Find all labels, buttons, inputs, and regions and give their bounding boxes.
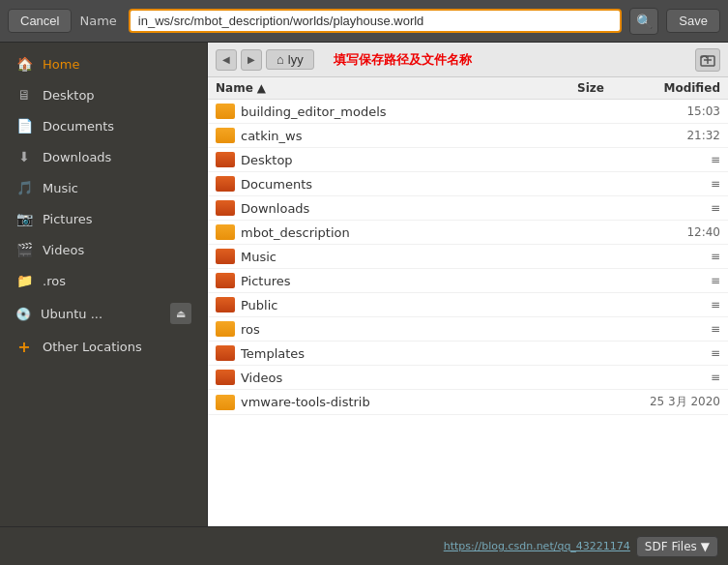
documents-icon: 📄 — [15, 117, 33, 134]
downloads-icon: ⬇ — [15, 148, 33, 165]
dropdown-arrow-icon: ▼ — [701, 540, 710, 553]
sidebar-item-documents[interactable]: 📄 Documents — [4, 111, 203, 140]
home-breadcrumb-icon: ⌂ — [277, 52, 284, 67]
folder-special-icon — [216, 370, 235, 385]
column-size-header[interactable]: Size — [546, 81, 604, 95]
sidebar-item-pictures[interactable]: 📷 Pictures — [4, 204, 203, 233]
sidebar-item-ubuntu[interactable]: 💿 Ubuntu ... ⏏ — [4, 297, 203, 330]
folder-special-icon — [216, 345, 235, 361]
footer: https://blog.csdn.net/qq_43221174 SDF Fi… — [0, 526, 728, 565]
sidebar-item-other[interactable]: + Other Locations — [4, 332, 203, 361]
header-toolbar: Cancel Name 🔍 Save — [0, 0, 728, 43]
folder-special-icon — [216, 152, 235, 167]
table-row[interactable]: Downloads ≡ — [208, 196, 728, 221]
table-row[interactable]: catkin_ws 21:32 — [208, 124, 728, 148]
table-row[interactable]: Templates ≡ — [208, 342, 728, 366]
folder-special-icon — [216, 249, 235, 264]
hint-text: 填写保存路径及文件名称 — [334, 51, 472, 69]
file-modified: 12:40 — [604, 225, 720, 239]
eject-button[interactable]: ⏏ — [170, 303, 191, 324]
column-modified-header[interactable]: Modified — [604, 81, 720, 95]
sidebar-item-ros[interactable]: 📁 .ros — [4, 266, 203, 295]
search-button[interactable]: 🔍 — [629, 8, 658, 35]
table-row[interactable]: vmware-tools-distrib 25 3月 2020 — [208, 390, 728, 415]
name-label: Name — [79, 14, 116, 28]
folder-special-icon — [216, 176, 235, 192]
file-rows-container: building_editor_models 15:03 catkin_ws 2… — [208, 100, 728, 415]
file-modified: 25 3月 2020 — [604, 394, 720, 410]
file-name: Templates — [241, 346, 546, 361]
ros-icon: 📁 — [15, 272, 33, 289]
save-button[interactable]: Save — [666, 9, 720, 33]
table-row[interactable]: Music ≡ — [208, 245, 728, 269]
folder-icon — [216, 224, 235, 240]
file-modified: ≡ — [604, 177, 720, 191]
file-name: Pictures — [241, 274, 546, 288]
file-modified: 15:03 — [604, 104, 720, 118]
sidebar-item-downloads[interactable]: ⬇ Downloads — [4, 142, 203, 171]
folder-special-icon — [216, 273, 235, 288]
ubuntu-left: 💿 Ubuntu ... — [15, 307, 102, 321]
folder-icon — [216, 104, 235, 119]
file-name: building_editor_models — [241, 104, 546, 119]
cancel-button[interactable]: Cancel — [8, 9, 72, 33]
sidebar-item-music[interactable]: 🎵 Music — [4, 173, 203, 202]
table-row[interactable]: Desktop ≡ — [208, 148, 728, 172]
file-name: Public — [241, 298, 546, 312]
file-name: Videos — [241, 371, 546, 385]
pictures-icon: 📷 — [15, 210, 33, 227]
content-area: ◀ ▶ ⌂ lyy 填写保存路径及文件名称 Name ▲ — [208, 43, 728, 526]
folder-icon — [216, 321, 235, 337]
sidebar-item-desktop[interactable]: 🖥 Desktop — [4, 80, 203, 109]
file-modified: ≡ — [604, 322, 720, 336]
file-name: Downloads — [241, 201, 546, 216]
sidebar-item-label: Desktop — [43, 88, 95, 103]
home-icon: 🏠 — [15, 55, 33, 73]
main-body: 🏠 Home 🖥 Desktop 📄 Documents ⬇ Downloads… — [0, 43, 728, 526]
home-breadcrumb-button[interactable]: ⌂ lyy — [266, 49, 314, 70]
music-icon: 🎵 — [15, 179, 33, 196]
desktop-icon: 🖥 — [15, 86, 33, 104]
sidebar-item-videos[interactable]: 🎬 Videos — [4, 235, 203, 264]
table-row[interactable]: Videos ≡ — [208, 366, 728, 390]
sidebar-item-home[interactable]: 🏠 Home — [4, 49, 203, 78]
file-name: Music — [241, 250, 546, 264]
table-row[interactable]: Documents ≡ — [208, 172, 728, 196]
table-row[interactable]: Pictures ≡ — [208, 269, 728, 293]
table-row[interactable]: Public ≡ — [208, 293, 728, 317]
forward-button[interactable]: ▶ — [241, 49, 262, 71]
ubuntu-label: Ubuntu ... — [41, 307, 102, 321]
column-name-header[interactable]: Name ▲ — [216, 81, 546, 95]
sidebar-item-label: Downloads — [43, 150, 111, 164]
path-input[interactable] — [129, 9, 623, 33]
footer-link: https://blog.csdn.net/qq_43221174 — [444, 540, 630, 552]
file-modified: 21:32 — [604, 129, 720, 142]
back-button[interactable]: ◀ — [216, 49, 237, 71]
sidebar: 🏠 Home 🖥 Desktop 📄 Documents ⬇ Downloads… — [0, 43, 208, 526]
file-modified: ≡ — [604, 201, 720, 215]
file-list-header: Name ▲ Size Modified — [208, 77, 728, 100]
table-row[interactable]: building_editor_models 15:03 — [208, 100, 728, 124]
sidebar-item-label: Documents — [43, 119, 114, 134]
file-name: vmware-tools-distrib — [241, 395, 546, 409]
sidebar-item-label: .ros — [43, 274, 66, 288]
table-row[interactable]: ros ≡ — [208, 317, 728, 342]
sidebar-item-label: Music — [43, 181, 78, 195]
sort-icon: ▲ — [257, 81, 266, 95]
file-name: catkin_ws — [241, 129, 546, 143]
folder-icon — [216, 395, 235, 410]
new-folder-button[interactable] — [695, 48, 720, 72]
file-name: Desktop — [241, 153, 546, 167]
file-name: Documents — [241, 177, 546, 192]
sidebar-item-label: Pictures — [43, 212, 92, 226]
nav-bar: ◀ ▶ ⌂ lyy 填写保存路径及文件名称 — [208, 43, 728, 77]
file-modified: ≡ — [604, 371, 720, 384]
other-locations-icon: + — [15, 338, 33, 355]
search-icon: 🔍 — [636, 14, 653, 29]
sidebar-item-label: Videos — [43, 243, 84, 257]
table-row[interactable]: mbot_description 12:40 — [208, 221, 728, 245]
filter-dropdown[interactable]: SDF Files ▼ — [636, 536, 718, 557]
ubuntu-icon: 💿 — [15, 307, 31, 321]
file-modified: ≡ — [604, 274, 720, 287]
file-list: Name ▲ Size Modified building_editor_mod… — [208, 77, 728, 526]
